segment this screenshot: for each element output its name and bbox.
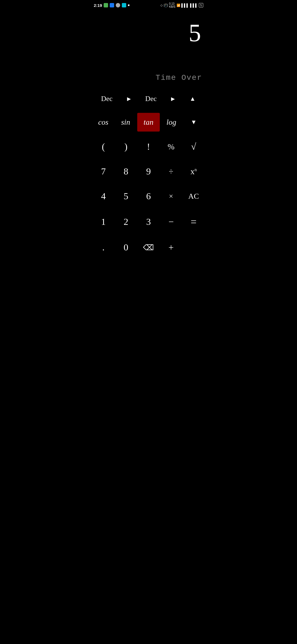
btn-3[interactable]: 3 (137, 212, 160, 232)
close-paren-button[interactable]: ) (115, 137, 137, 157)
btn-7[interactable]: 7 (92, 161, 115, 182)
btn-1[interactable]: 1 (92, 212, 115, 232)
icon-signal1: ▌▌▌ (182, 3, 189, 7)
current-number: 5 (189, 19, 201, 47)
percent-button[interactable]: % (160, 137, 182, 156)
btn-8[interactable]: 8 (115, 161, 137, 182)
factorial-button[interactable]: ! (137, 137, 160, 157)
log-button[interactable]: log (160, 113, 183, 132)
row-456: 4 5 6 × AC (92, 184, 205, 209)
row-bottom: . 0 ⌫ + (92, 235, 205, 260)
icon-signal2: ▌▌▌ (190, 3, 198, 7)
mode2-label[interactable]: Dec (136, 90, 166, 108)
time-over-text: Time Over (156, 73, 202, 82)
display-area: 5 Time Over (89, 10, 208, 88)
power-button[interactable]: xn (182, 162, 205, 181)
divide-button[interactable]: ÷ (160, 162, 182, 181)
clear-button[interactable]: AC (182, 187, 205, 206)
network-speed: 0.13KB/S (169, 2, 175, 8)
mode-row: Dec ▶ Dec ▶ ▲ (92, 88, 205, 110)
backspace-button[interactable]: ⌫ (137, 238, 160, 257)
status-time: 2:19 (94, 3, 102, 8)
icon-wifi: 📶 (177, 4, 180, 7)
decimal-button[interactable]: . (92, 237, 115, 258)
icon-messages (104, 3, 108, 7)
sin-button[interactable]: sin (114, 113, 137, 132)
btn-4[interactable]: 4 (92, 186, 115, 206)
btn-5[interactable]: 5 (115, 186, 137, 206)
row-789: 7 8 9 ÷ xn (92, 159, 205, 184)
btn-2[interactable]: 2 (115, 212, 137, 232)
cos-button[interactable]: cos (92, 113, 114, 132)
add-button[interactable]: + (160, 237, 182, 258)
battery-indicator: 5 (199, 3, 203, 7)
mode1-label[interactable]: Dec (92, 90, 122, 108)
open-paren-button[interactable]: ( (92, 137, 115, 157)
equals-button[interactable]: = (182, 211, 205, 233)
btn-6[interactable]: 6 (137, 186, 160, 206)
icon-gear (116, 3, 120, 7)
down-arrow-btn[interactable]: ▼ (183, 114, 205, 131)
trig-row: cos sin tan log ▼ (92, 110, 205, 134)
icon-dot (128, 4, 130, 6)
icon-vibrate: 📳 (164, 3, 168, 7)
icon-facebook (110, 3, 114, 7)
tan-button[interactable]: tan (137, 113, 160, 132)
icon-teal-app (122, 3, 126, 7)
mode2-arrow[interactable]: ▶ (166, 91, 180, 107)
multiply-button[interactable]: × (160, 187, 182, 206)
symbols-row: ( ) ! % √ (92, 134, 205, 159)
btn-0[interactable]: 0 (115, 237, 137, 258)
icon-alarm: ◇ (160, 4, 163, 7)
calculator-section: Dec ▶ Dec ▶ ▲ cos sin tan log ▼ ( ) ! % … (89, 88, 208, 260)
mode1-arrow[interactable]: ▶ (122, 91, 136, 107)
status-left: 2:19 (94, 3, 130, 8)
sqrt-button[interactable]: √ (182, 137, 205, 157)
status-right: ◇ 📳 0.13KB/S 📶 ▌▌▌ ▌▌▌ 5 (160, 2, 203, 8)
status-bar: 2:19 ◇ 📳 0.13KB/S 📶 ▌▌▌ ▌▌▌ 5 (89, 0, 208, 10)
row-123: 1 2 3 − = (92, 209, 205, 235)
subtract-button[interactable]: − (160, 212, 182, 232)
up-arrow-btn[interactable]: ▲ (180, 90, 205, 107)
btn-9[interactable]: 9 (137, 161, 160, 182)
